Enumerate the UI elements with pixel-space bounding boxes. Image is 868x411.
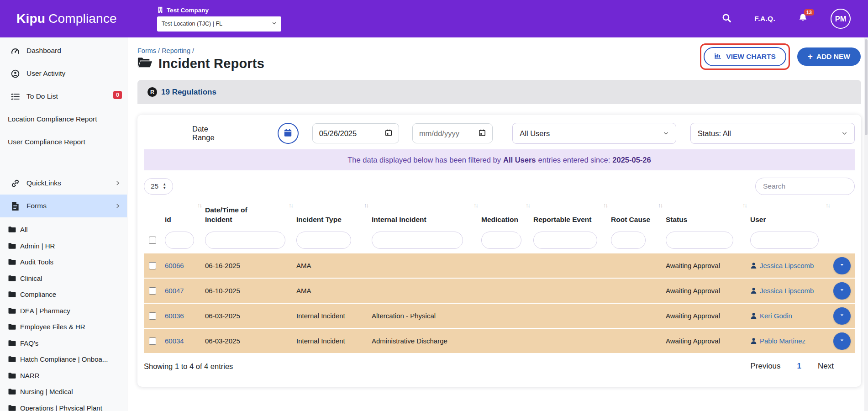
- column-header-id[interactable]: id↑↓: [165, 200, 205, 228]
- sidebar-item-forms[interactable]: Forms: [0, 195, 127, 217]
- list-check-icon: [11, 92, 20, 101]
- status-text: Awaiting Approval: [666, 337, 750, 345]
- column-header-internal-incident[interactable]: Internal Incident↑↓: [372, 200, 481, 228]
- page-scrollbar[interactable]: [864, 37, 868, 411]
- row-actions-button[interactable]: [833, 332, 851, 350]
- folder-item-hatch-compliance[interactable]: Hatch Compliance | Onboa...: [0, 351, 127, 368]
- folder-item-admin-hr[interactable]: Admin | HR: [0, 238, 127, 254]
- id-filter-input[interactable]: [165, 232, 194, 249]
- root-cause-filter-input[interactable]: [611, 232, 646, 249]
- folder-label: DEA | Pharmacy: [20, 307, 70, 315]
- folder-item-operations-physical-plant[interactable]: Operations | Physical Plant: [0, 400, 127, 411]
- table-row[interactable]: 60066 06-16-2025 AMA Awaiting Approval J…: [144, 253, 855, 278]
- scrollbar-thumb[interactable]: [865, 39, 868, 135]
- user-link[interactable]: Keri Godin: [750, 312, 792, 320]
- sort-icon[interactable]: ↑↓: [603, 201, 607, 210]
- row-checkbox[interactable]: [149, 287, 156, 295]
- row-actions-button[interactable]: [833, 282, 851, 300]
- folder-item-compliance[interactable]: Compliance: [0, 286, 127, 303]
- folder-icon: [8, 291, 16, 298]
- pagination-next[interactable]: Next: [818, 362, 834, 371]
- sidebar-item-location-compliance-report[interactable]: Location Compliance Report: [0, 108, 127, 131]
- view-charts-button[interactable]: VIEW CHARTS: [704, 47, 786, 66]
- status-filter-input[interactable]: [666, 232, 733, 249]
- column-header-status[interactable]: Status↑↓: [666, 200, 750, 228]
- folder-label: All: [20, 226, 28, 233]
- reportable-event-filter-input[interactable]: [533, 232, 597, 249]
- incident-id-link[interactable]: 60066: [165, 262, 184, 269]
- incident-type-filter-input[interactable]: [296, 232, 351, 249]
- row-actions-button[interactable]: [833, 257, 851, 274]
- column-header-incident-type[interactable]: Incident Type↑↓: [296, 200, 372, 228]
- column-header-user[interactable]: User↑↓: [750, 200, 833, 228]
- row-checkbox[interactable]: [149, 312, 156, 320]
- location-select[interactable]: Test Location (TJC) | FL: [157, 16, 281, 32]
- sidebar-item-user-compliance-report[interactable]: User Compliance Report: [0, 131, 127, 153]
- datetime-filter-input[interactable]: [205, 232, 285, 249]
- pagination-page-1[interactable]: 1: [797, 362, 801, 371]
- folder-item-all[interactable]: All: [0, 221, 127, 238]
- end-date-input[interactable]: mm/dd/yyyy: [412, 123, 493, 143]
- caret-down-icon: [839, 262, 845, 269]
- incident-id-link[interactable]: 60034: [165, 337, 184, 345]
- notifications-button[interactable]: 13: [798, 13, 808, 25]
- page-size-select[interactable]: 25 ▲▼: [144, 178, 173, 195]
- table-row[interactable]: 60036 06-03-2025 Internal Incident Alter…: [144, 304, 855, 328]
- breadcrumb-forms[interactable]: Forms: [137, 47, 156, 54]
- sidebar-item-todo-list[interactable]: To Do List 0: [0, 85, 127, 108]
- calendar-button[interactable]: [278, 123, 299, 144]
- table-row[interactable]: 60034 06-03-2025 Internal Incident Admin…: [144, 329, 855, 353]
- sort-icon[interactable]: ↑↓: [826, 201, 830, 210]
- date-range-label: Date Range: [192, 125, 232, 142]
- sidebar-item-quicklinks[interactable]: QuickLinks: [0, 172, 127, 195]
- users-filter-select[interactable]: All Users: [512, 123, 676, 144]
- internal-incident: Altercation - Physical: [372, 312, 481, 320]
- chevron-down-icon: [272, 21, 277, 27]
- table-row[interactable]: 60047 06-10-2025 AMA Awaiting Approval J…: [144, 279, 855, 303]
- folder-item-narr[interactable]: NARR: [0, 368, 127, 384]
- company-block: Test Company Test Location (TJC) | FL: [157, 6, 281, 32]
- folder-item-employee-files-hr[interactable]: Employee Files & HR: [0, 319, 127, 335]
- medication-filter-input[interactable]: [481, 232, 521, 249]
- regulations-bar[interactable]: R 19 Regulations: [137, 80, 861, 104]
- pagination-previous[interactable]: Previous: [750, 362, 780, 371]
- column-header-root-cause[interactable]: Root Cause↑↓: [611, 200, 666, 228]
- sort-icon[interactable]: ↑↓: [197, 201, 201, 210]
- folder-item-dea-pharmacy[interactable]: DEA | Pharmacy: [0, 303, 127, 319]
- user-filter-input[interactable]: [750, 232, 819, 249]
- folder-item-nursing-medical[interactable]: Nursing | Medical: [0, 384, 127, 400]
- person-icon: [750, 287, 757, 294]
- user-avatar[interactable]: PM: [831, 9, 851, 29]
- column-header-medication[interactable]: Medication↑↓: [481, 200, 533, 228]
- search-icon[interactable]: [722, 13, 731, 25]
- user-link[interactable]: Pablo Martinez: [750, 337, 805, 345]
- breadcrumb-reporting[interactable]: Reporting: [162, 47, 190, 54]
- search-input[interactable]: [763, 182, 847, 190]
- sort-icon[interactable]: ↑↓: [526, 201, 530, 210]
- add-new-button[interactable]: + ADD NEW: [797, 47, 861, 66]
- internal-incident-filter-input[interactable]: [372, 232, 463, 249]
- sort-icon[interactable]: ↑↓: [658, 201, 662, 210]
- faq-link[interactable]: F.A.Q.: [754, 15, 775, 23]
- select-all-checkbox[interactable]: [149, 237, 156, 244]
- status-filter-select[interactable]: Status: All: [690, 123, 855, 144]
- sidebar-item-user-activity[interactable]: User Activity: [0, 62, 127, 85]
- sort-icon[interactable]: ↑↓: [473, 201, 478, 210]
- user-link[interactable]: Jessica Lipscomb: [750, 262, 814, 269]
- sort-icon[interactable]: ↑↓: [742, 201, 747, 210]
- row-checkbox[interactable]: [149, 337, 156, 345]
- sidebar-item-dashboard[interactable]: Dashboard: [0, 39, 127, 62]
- column-header-reportable-event[interactable]: Reportable Event↑↓: [533, 200, 611, 228]
- incident-id-link[interactable]: 60036: [165, 312, 184, 320]
- folder-item-clinical[interactable]: Clinical: [0, 270, 127, 287]
- folder-item-audit-tools[interactable]: Audit Tools: [0, 254, 127, 270]
- user-link[interactable]: Jessica Lipscomb: [750, 287, 814, 295]
- row-checkbox[interactable]: [149, 262, 156, 269]
- row-actions-button[interactable]: [833, 307, 851, 325]
- sort-icon[interactable]: ↑↓: [289, 201, 293, 210]
- sort-icon[interactable]: ↑↓: [364, 201, 368, 210]
- start-date-input[interactable]: 05/26/2025: [312, 123, 399, 143]
- column-header-datetime[interactable]: Date/Time of Incident↑↓: [205, 200, 296, 228]
- folder-item-faqs[interactable]: FAQ's: [0, 335, 127, 352]
- incident-id-link[interactable]: 60047: [165, 287, 184, 295]
